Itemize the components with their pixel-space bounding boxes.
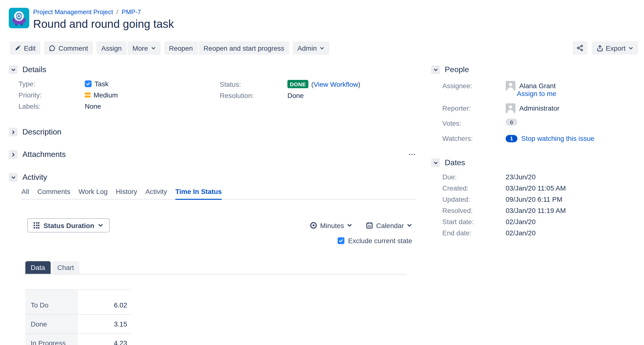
resolved-label: Resolved:	[442, 207, 506, 214]
tab-chart[interactable]: Chart	[52, 261, 79, 274]
breadcrumb: Project Management Project / PMP-7	[33, 8, 174, 16]
unit-dropdown[interactable]: Minutes	[310, 222, 352, 229]
view-workflow-link[interactable]: View Workflow	[314, 80, 358, 88]
watchers-count-badge[interactable]: 1	[506, 135, 517, 142]
chevron-down-icon	[347, 223, 352, 228]
attachments-section-title: Attachments	[22, 150, 66, 159]
reopen-button[interactable]: Reopen	[164, 42, 198, 54]
resolution-label: Resolution:	[220, 92, 288, 100]
reporter-name-link[interactable]: Administrator	[519, 103, 560, 113]
details-section-header: Details	[9, 65, 416, 74]
main-column: Details Type: Task	[9, 65, 416, 345]
chevron-down-icon	[433, 160, 438, 166]
chevron-down-icon	[98, 223, 104, 228]
breadcrumb-issue-key-link[interactable]: PMP-7	[122, 8, 141, 16]
project-avatar-icon	[9, 8, 29, 28]
edit-button[interactable]: Edit	[10, 42, 40, 54]
due-label: Due:	[442, 174, 506, 181]
tab-history[interactable]: History	[116, 188, 137, 199]
status-cell: To Do	[25, 296, 78, 314]
tab-work-log[interactable]: Work Log	[79, 188, 108, 199]
type-label: Type:	[18, 80, 85, 88]
chevron-down-icon	[151, 46, 156, 50]
tab-activity[interactable]: Activity	[146, 188, 167, 199]
duration-cell: 3.15	[78, 320, 131, 328]
status-label: Status:	[220, 80, 288, 88]
assignee-row: Assignee: Alana Grant	[442, 81, 632, 91]
task-type-icon	[85, 80, 92, 87]
assign-to-me-link[interactable]: Assign to me	[517, 90, 632, 98]
status-cell: In Progress	[25, 334, 78, 345]
project-avatar[interactable]	[9, 8, 29, 28]
breadcrumb-separator: /	[116, 8, 118, 16]
issue-header: Project Management Project / PMP-7 Round…	[0, 0, 644, 31]
activity-section-title: Activity	[22, 173, 47, 182]
votes-count-badge[interactable]: 0	[506, 118, 517, 126]
paren-close: )	[358, 80, 360, 88]
export-button[interactable]: Export	[592, 42, 638, 54]
comment-button[interactable]: Comment	[44, 42, 93, 54]
tab-data[interactable]: Data	[25, 261, 50, 274]
calendar-dropdown[interactable]: Calendar	[366, 222, 412, 229]
edit-button-label: Edit	[24, 44, 36, 52]
resolution-value: Done	[288, 92, 304, 100]
status-duration-label: Status Duration	[43, 222, 94, 229]
people-fields: Assignee: Alana Grant Assign to me	[431, 81, 632, 143]
export-icon	[596, 44, 603, 52]
unit-dropdown-label: Minutes	[320, 222, 344, 229]
stop-watching-link[interactable]: Stop watching this issue	[521, 134, 594, 143]
people-collapse-toggle[interactable]	[431, 65, 440, 74]
workflow-button-group: Reopen Reopen and start progress	[164, 42, 289, 54]
status-cell: Done	[25, 315, 78, 333]
details-section-title: Details	[22, 65, 46, 74]
resolution-field: Resolution: Done	[220, 92, 416, 100]
updated-label: Updated:	[442, 196, 506, 203]
dates-fields: Due: 23/Jun/20 Created: 03/Jan/20 11:05 …	[431, 174, 632, 237]
due-value: 23/Jun/20	[506, 174, 536, 181]
exclude-current-state-row: Exclude current state	[9, 237, 412, 244]
time-in-status-right-controls: Minutes	[310, 222, 412, 229]
exclude-current-state-checkbox[interactable]: Exclude current state	[338, 237, 412, 244]
comment-icon	[49, 44, 56, 52]
breadcrumb-project-link[interactable]: Project Management Project	[33, 8, 113, 16]
dates-section-title: Dates	[445, 158, 465, 167]
more-button[interactable]: More	[128, 42, 161, 54]
reopen-and-start-progress-button[interactable]: Reopen and start progress	[199, 42, 289, 54]
chevron-down-icon	[10, 175, 16, 180]
description-section-header: Description	[9, 128, 416, 136]
calendar-dropdown-label: Calendar	[376, 222, 404, 229]
created-value: 03/Jan/20 11:05 AM	[506, 185, 566, 192]
tab-all[interactable]: All	[22, 188, 29, 199]
priority-value-text: Medium	[94, 91, 118, 99]
tab-time-in-status[interactable]: Time In Status	[175, 188, 222, 200]
toolbar-right: Export	[573, 42, 638, 54]
labels-label: Labels:	[18, 102, 85, 110]
status-duration-dropdown[interactable]: Status Duration	[27, 218, 110, 232]
share-button[interactable]	[573, 42, 587, 54]
view-workflow-wrap: (View Workflow)	[311, 80, 360, 88]
issue-toolbar: Edit Comment Assign More	[0, 42, 644, 54]
updated-value: 09/Jun/20 6:11 PM	[506, 196, 562, 203]
due-date-row: Due: 23/Jun/20	[442, 174, 632, 181]
description-expand-toggle[interactable]	[9, 128, 18, 136]
assign-button[interactable]: Assign	[96, 42, 127, 54]
start-date-label: Start date:	[442, 218, 506, 226]
reopen-and-start-progress-label: Reopen and start progress	[204, 44, 284, 52]
assignee-name-link[interactable]: Alana Grant	[519, 81, 556, 91]
details-fields-right: Status: DONE (View Workflow) Resolution:	[210, 80, 416, 114]
tab-comments[interactable]: Comments	[37, 188, 70, 199]
activity-collapse-toggle[interactable]	[9, 173, 18, 182]
admin-button[interactable]: Admin	[292, 42, 329, 54]
share-icon	[576, 44, 584, 52]
attachments-expand-toggle[interactable]	[9, 150, 18, 159]
activity-tabs: All Comments Work Log History Activity T…	[22, 188, 416, 200]
reporter-row: Reporter: Administrator	[442, 103, 632, 113]
details-collapse-toggle[interactable]	[9, 65, 18, 74]
attachments-more-options-icon[interactable]	[408, 152, 416, 157]
status-value: DONE (View Workflow)	[288, 80, 360, 88]
avatar	[506, 103, 516, 113]
dates-collapse-toggle[interactable]	[431, 158, 440, 167]
dates-section-header: Dates	[431, 158, 632, 167]
time-in-status-controls: Status Duration Minutes	[27, 218, 412, 232]
updated-date-row: Updated: 09/Jun/20 6:11 PM	[442, 196, 632, 203]
